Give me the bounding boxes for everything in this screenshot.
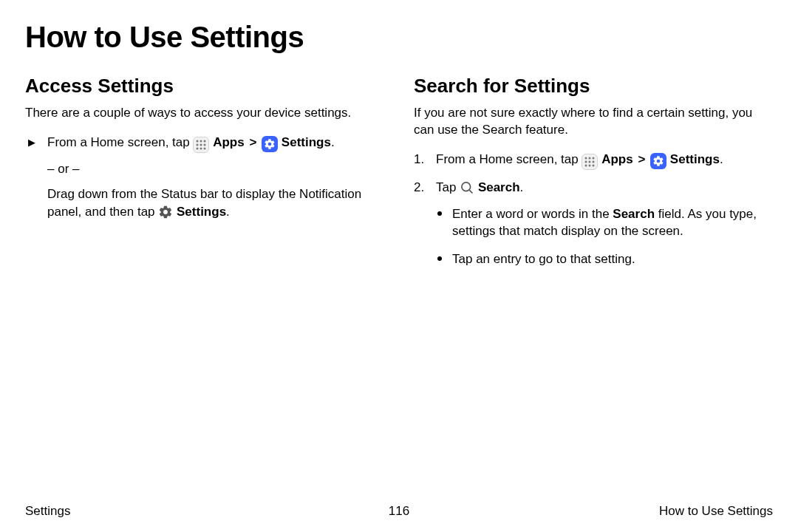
- svg-point-13: [589, 160, 591, 163]
- svg-line-19: [469, 190, 472, 193]
- drag-settings-label: Settings: [177, 205, 226, 219]
- footer-left: Settings: [25, 504, 70, 519]
- step1-lead: From a Home screen, tap: [436, 152, 582, 166]
- settings-blue-icon: [650, 153, 666, 169]
- step2-number: 2.: [414, 179, 436, 197]
- search-icon: [460, 180, 474, 195]
- step1-content: From a Home screen, tap Apps > Settings.: [436, 151, 773, 170]
- svg-point-17: [593, 164, 595, 166]
- bullet1-a: Enter a word or words in the: [452, 207, 613, 221]
- right-step-2: 2. Tap Search.: [414, 179, 773, 197]
- svg-point-14: [593, 160, 595, 163]
- svg-point-1: [200, 140, 202, 142]
- page-title: How to Use Settings: [25, 21, 773, 54]
- step1-period: .: [720, 152, 723, 166]
- step1-number: 1.: [414, 151, 436, 168]
- search-label: Search: [478, 180, 520, 194]
- svg-point-3: [197, 143, 199, 146]
- footer-page-number: 116: [389, 504, 409, 519]
- right-intro: If you are not sure exactly where to fin…: [414, 105, 773, 139]
- right-apps-label: Apps: [601, 152, 633, 166]
- svg-point-15: [585, 164, 587, 166]
- svg-point-6: [197, 147, 199, 149]
- left-step-content: From a Home screen, tap Apps > Settings.: [47, 134, 384, 153]
- svg-point-16: [589, 164, 591, 166]
- left-apps-label: Apps: [213, 135, 245, 149]
- settings-blue-icon: [262, 136, 278, 152]
- svg-point-2: [204, 140, 206, 142]
- right-heading: Search for Settings: [414, 75, 773, 98]
- svg-point-11: [593, 157, 595, 159]
- right-settings-label: Settings: [670, 152, 720, 166]
- svg-point-9: [585, 157, 587, 159]
- left-column: Access Settings There are a couple of wa…: [25, 75, 384, 279]
- left-drag-line: Drag down from the Status bar to display…: [47, 185, 384, 221]
- bullet-1: Enter a word or words in the Search fiel…: [436, 205, 773, 241]
- left-step-lead: From a Home screen, tap: [47, 135, 193, 149]
- bullet1-bold: Search: [613, 207, 655, 221]
- left-settings-label: Settings: [282, 135, 331, 149]
- right-bullets: Enter a word or words in the Search fiel…: [436, 205, 773, 268]
- gear-icon: [158, 205, 173, 219]
- svg-point-0: [197, 140, 199, 142]
- apps-icon: [582, 154, 598, 170]
- svg-point-4: [200, 143, 202, 146]
- step2-period: .: [520, 180, 524, 194]
- triangle-bullet-icon: ▶: [25, 134, 47, 149]
- left-step: ▶ From a Home screen, tap Apps > Setting…: [25, 134, 384, 153]
- right-step-1: 1. From a Home screen, tap Apps > Settin…: [414, 151, 773, 170]
- svg-point-18: [462, 183, 471, 191]
- chevron-icon: >: [248, 135, 258, 149]
- chevron-icon: >: [636, 152, 647, 166]
- page-footer: Settings 116 How to Use Settings: [25, 504, 773, 519]
- svg-point-7: [200, 147, 202, 149]
- right-column: Search for Settings If you are not sure …: [414, 75, 773, 279]
- apps-icon: [193, 137, 209, 153]
- footer-right: How to Use Settings: [659, 504, 773, 519]
- svg-point-5: [204, 143, 206, 146]
- left-intro: There are a couple of ways to access you…: [25, 105, 384, 122]
- drag-text-b: .: [226, 205, 230, 219]
- content-columns: Access Settings There are a couple of wa…: [25, 75, 773, 279]
- left-heading: Access Settings: [25, 75, 384, 98]
- step2-lead: Tap: [436, 180, 460, 194]
- or-text: – or –: [47, 162, 384, 177]
- svg-point-8: [204, 147, 206, 149]
- step2-content: Tap Search.: [436, 179, 773, 197]
- svg-point-10: [589, 157, 591, 159]
- left-step-period: .: [331, 135, 335, 149]
- svg-point-12: [585, 160, 587, 163]
- bullet-2: Tap an entry to go to that setting.: [436, 250, 773, 268]
